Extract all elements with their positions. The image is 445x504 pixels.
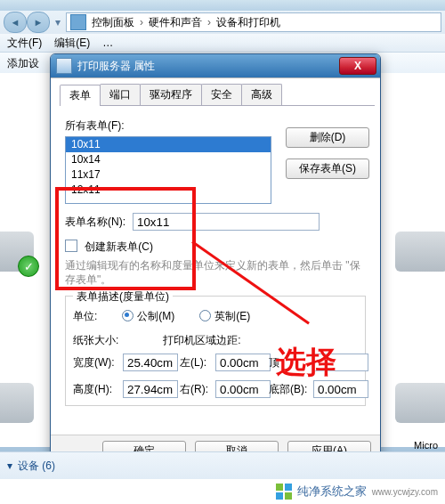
window-titlebar [0, 0, 445, 11]
printer-item[interactable]: ✓ [0, 232, 34, 272]
list-item[interactable]: 11x17 [66, 167, 271, 183]
group-title: 表单描述(度量单位) [73, 289, 173, 305]
nav-forward-button[interactable]: ► [27, 12, 50, 33]
right-input[interactable] [215, 380, 271, 398]
watermark-url: www.ycwjzy.com [372, 487, 438, 497]
tab-drivers[interactable]: 驱动程序 [140, 84, 202, 105]
nav-history-chevron[interactable]: ▾ [52, 16, 64, 28]
chevron-right-icon: › [140, 16, 143, 28]
printer-item[interactable] [0, 383, 34, 423]
bottom-label: 底部(B): [269, 382, 313, 397]
collapse-icon[interactable]: ▾ [7, 459, 12, 472]
unit-english-option[interactable]: 英制(E) [199, 309, 250, 324]
control-panel-icon [70, 14, 86, 30]
right-label: 右(R): [180, 382, 215, 397]
watermark: 纯净系统之家 www.ycwjzy.com [0, 479, 445, 504]
left-label: 左(L): [180, 355, 215, 370]
tab-strip: 表单 端口 驱动程序 安全 高级 [60, 84, 375, 106]
left-input[interactable] [215, 354, 271, 371]
units-label: 单位: [73, 309, 97, 324]
toolbar-add-device[interactable]: 添加设 [7, 56, 39, 71]
height-input[interactable] [123, 380, 178, 398]
paper-size-label: 纸张大小: [73, 333, 118, 348]
side-buttons: 删除(D) 保存表单(S) [286, 127, 369, 179]
watermark-logo-icon [276, 484, 292, 500]
annotation-box [55, 187, 196, 290]
printer-item[interactable] [395, 232, 445, 272]
width-input[interactable] [123, 354, 178, 371]
list-item[interactable]: 10x11 [66, 137, 271, 152]
unit-metric-option[interactable]: 公制(M) [122, 309, 174, 324]
menu-bar: 文件(F) 编辑(E) … [0, 34, 445, 53]
menu-file[interactable]: 文件(F) [7, 36, 42, 51]
save-form-button[interactable]: 保存表单(S) [286, 159, 369, 179]
printer-item[interactable] [395, 383, 445, 423]
menu-edit[interactable]: 编辑(E) [54, 36, 90, 51]
dialog-close-button[interactable]: X [339, 57, 376, 75]
units-row: 单位: 公制(M) 英制(E) [96, 309, 358, 324]
bottom-input[interactable] [313, 380, 368, 398]
printer-icon [56, 58, 72, 74]
dialog-title-text: 打印服务器 属性 [77, 59, 155, 74]
default-check-icon: ✓ [18, 256, 39, 277]
breadcrumb-seg[interactable]: 控制面板 [90, 15, 136, 30]
radio-icon [122, 310, 134, 321]
chevron-right-icon: › [207, 16, 211, 28]
breadcrumb-seg[interactable]: 硬件和声音 [147, 15, 204, 30]
print-area-label: 打印机区域边距: [163, 333, 240, 348]
tab-advanced[interactable]: 高级 [241, 84, 282, 105]
status-bar: ▾ 设备 (6) [0, 451, 445, 479]
width-label: 宽度(W): [73, 355, 123, 370]
tab-forms[interactable]: 表单 [60, 85, 101, 106]
breadcrumb-bar[interactable]: 控制面板 › 硬件和声音 › 设备和打印机 [66, 12, 441, 32]
radio-icon [199, 310, 211, 321]
devices-count: 设备 (6) [18, 459, 55, 474]
delete-button[interactable]: 删除(D) [286, 127, 369, 148]
list-item[interactable]: 10x14 [66, 152, 271, 167]
nav-back-button[interactable]: ◄ [4, 12, 27, 33]
printer-label: Micro [414, 440, 438, 451]
watermark-text: 纯净系统之家 [297, 484, 367, 500]
menu-more[interactable]: … [102, 37, 113, 49]
tab-security[interactable]: 安全 [201, 84, 242, 105]
height-label: 高度(H): [73, 382, 123, 397]
dialog-titlebar[interactable]: 打印服务器 属性 X [51, 54, 380, 77]
address-row: ◄ ► ▾ 控制面板 › 硬件和声音 › 设备和打印机 [0, 11, 445, 34]
tab-ports[interactable]: 端口 [100, 84, 141, 105]
annotation-label: 选择 [276, 342, 336, 383]
breadcrumb-seg[interactable]: 设备和打印机 [214, 15, 282, 30]
